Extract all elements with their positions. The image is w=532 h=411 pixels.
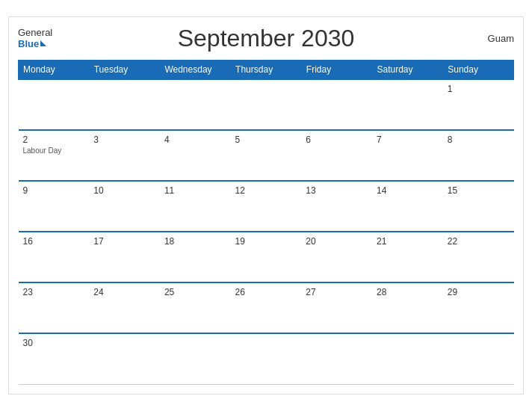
logo-blue-text: Blue xyxy=(18,39,46,49)
week-row-6: 30 xyxy=(19,333,514,384)
day-number: 29 xyxy=(448,287,510,297)
header-thursday: Thursday xyxy=(231,61,302,80)
day-cell xyxy=(89,79,160,130)
header-monday: Monday xyxy=(19,61,90,80)
day-cell: 4 xyxy=(160,130,231,181)
day-number: 15 xyxy=(448,185,510,196)
day-number: 21 xyxy=(377,236,439,247)
day-number: 5 xyxy=(235,135,297,145)
day-cell: 14 xyxy=(372,181,443,232)
day-number: 14 xyxy=(377,185,439,196)
day-number: 1 xyxy=(448,84,510,94)
day-cell: 25 xyxy=(160,282,231,333)
week-row-4: 16171819202122 xyxy=(19,232,514,282)
day-cell: 8 xyxy=(443,130,514,181)
day-number: 13 xyxy=(306,185,368,196)
day-cell xyxy=(160,79,231,130)
day-number: 23 xyxy=(23,287,85,297)
calendar-grid: Monday Tuesday Wednesday Thursday Friday… xyxy=(18,60,514,385)
day-number: 11 xyxy=(164,185,226,196)
header-friday: Friday xyxy=(301,61,372,80)
day-cell: 30 xyxy=(19,333,90,384)
day-number: 19 xyxy=(235,236,297,247)
day-number: 3 xyxy=(93,135,155,145)
day-number: 10 xyxy=(93,185,155,196)
day-cell: 26 xyxy=(231,282,302,333)
day-cell: 28 xyxy=(372,282,443,333)
logo-triangle-icon xyxy=(40,40,46,46)
day-cell xyxy=(301,333,372,384)
day-number: 20 xyxy=(306,236,368,247)
day-number: 30 xyxy=(23,338,85,348)
day-cell: 24 xyxy=(89,282,160,333)
day-cell xyxy=(160,333,231,384)
day-cell: 12 xyxy=(231,181,302,232)
week-row-1: 1 xyxy=(19,79,514,130)
day-cell: 5 xyxy=(231,130,302,181)
day-cell: 2Labour Day xyxy=(19,130,90,181)
header-tuesday: Tuesday xyxy=(89,61,160,80)
day-cell: 13 xyxy=(301,181,372,232)
day-number: 26 xyxy=(235,287,297,297)
logo-general-text: General xyxy=(18,28,52,38)
day-number: 16 xyxy=(23,236,85,247)
day-cell: 7 xyxy=(372,130,443,181)
day-number: 24 xyxy=(93,287,155,297)
day-number: 22 xyxy=(448,236,510,247)
day-number: 28 xyxy=(377,287,439,297)
day-header-row: Monday Tuesday Wednesday Thursday Friday… xyxy=(19,61,514,80)
week-row-3: 9101112131415 xyxy=(19,181,514,232)
logo: General Blue xyxy=(18,28,52,49)
day-cell: 27 xyxy=(301,282,372,333)
header-saturday: Saturday xyxy=(372,61,443,80)
day-number: 6 xyxy=(306,135,368,145)
day-cell xyxy=(19,79,90,130)
day-cell: 21 xyxy=(372,232,443,282)
day-number: 9 xyxy=(23,185,85,196)
day-cell: 6 xyxy=(301,130,372,181)
holiday-label: Labour Day xyxy=(23,146,85,155)
calendar-header: General Blue September 2030 Guam xyxy=(18,25,514,52)
region-label: Guam xyxy=(488,33,514,44)
day-cell: 18 xyxy=(160,232,231,282)
day-cell xyxy=(372,79,443,130)
day-number: 17 xyxy=(93,236,155,247)
day-number: 25 xyxy=(164,287,226,297)
week-row-5: 23242526272829 xyxy=(19,282,514,333)
month-title: September 2030 xyxy=(178,25,355,52)
day-number: 2 xyxy=(23,135,85,145)
day-cell xyxy=(372,333,443,384)
day-cell xyxy=(89,333,160,384)
day-cell xyxy=(443,333,514,384)
day-cell: 23 xyxy=(19,282,90,333)
calendar-container: General Blue September 2030 Guam Monday … xyxy=(8,16,524,395)
day-cell xyxy=(231,333,302,384)
day-number: 7 xyxy=(377,135,439,145)
day-cell: 10 xyxy=(89,181,160,232)
day-cell: 1 xyxy=(443,79,514,130)
header-wednesday: Wednesday xyxy=(160,61,231,80)
day-cell: 29 xyxy=(443,282,514,333)
day-number: 18 xyxy=(164,236,226,247)
day-cell xyxy=(231,79,302,130)
day-cell: 22 xyxy=(443,232,514,282)
day-cell: 11 xyxy=(160,181,231,232)
day-cell: 16 xyxy=(19,232,90,282)
day-number: 8 xyxy=(448,135,510,145)
day-number: 12 xyxy=(235,185,297,196)
week-row-2: 2Labour Day345678 xyxy=(19,130,514,181)
day-cell: 17 xyxy=(89,232,160,282)
day-number: 4 xyxy=(164,135,226,145)
day-cell: 3 xyxy=(89,130,160,181)
day-cell: 19 xyxy=(231,232,302,282)
day-cell: 15 xyxy=(443,181,514,232)
day-number: 27 xyxy=(306,287,368,297)
day-cell: 9 xyxy=(19,181,90,232)
day-cell: 20 xyxy=(301,232,372,282)
header-sunday: Sunday xyxy=(443,61,514,80)
day-cell xyxy=(301,79,372,130)
